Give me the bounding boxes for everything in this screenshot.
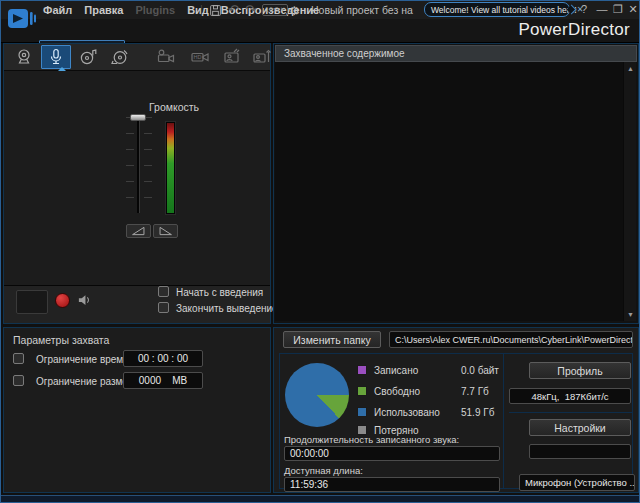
disk-pie xyxy=(285,363,349,427)
volume-slider-handle[interactable] xyxy=(130,114,146,121)
tv-signal-icon[interactable] xyxy=(217,45,247,69)
scrollbar[interactable]: ▲ ▼ xyxy=(623,62,636,321)
settings-empty-field xyxy=(529,444,631,459)
legend-swatch-used xyxy=(357,407,367,417)
legend-value-used: 51.9 Гб xyxy=(461,407,494,418)
volume-label: Громкость xyxy=(149,101,199,113)
start-fade-label: Начать с введения xyxy=(176,287,263,298)
start-fade-checkbox[interactable] xyxy=(158,286,169,297)
selected-source-caret xyxy=(58,67,66,71)
menu-edit[interactable]: Правка xyxy=(78,1,129,19)
legend-swatch-recorded xyxy=(357,365,367,375)
change-folder-button[interactable]: Изменить папку xyxy=(283,331,381,348)
profile-button[interactable]: Профиль xyxy=(529,362,631,379)
end-fade-label: Закончить выведением xyxy=(176,303,285,314)
speaker-icon[interactable] xyxy=(77,293,92,311)
close-button[interactable]: ✕ xyxy=(626,1,640,17)
legend-value-recorded: 0.0 байт xyxy=(461,365,499,376)
size-limit-checkbox[interactable] xyxy=(13,375,24,386)
dvd-disc-icon[interactable] xyxy=(105,45,135,69)
legend-label-used: Использовано xyxy=(374,407,440,418)
info-divider xyxy=(503,353,504,489)
aspect-ratio-selector[interactable]: 16:9 ˅ xyxy=(262,4,288,16)
microphone-icon[interactable] xyxy=(41,45,71,69)
recorded-duration-label: Продолжительность записанного звука: xyxy=(284,434,459,445)
gear-icon[interactable]: ⚙ xyxy=(289,2,300,20)
legend-label-free: Свободно xyxy=(374,386,420,397)
volume-ticks-right xyxy=(144,117,152,213)
time-limit-checkbox[interactable] xyxy=(13,353,24,364)
app-logo-icon xyxy=(7,5,37,37)
record-button[interactable] xyxy=(55,293,70,308)
audio-level-meter xyxy=(165,121,176,215)
recorded-duration-field: 00:00:00 xyxy=(284,446,500,461)
titlebar: Файл Правка Plugins Вид Воспроизведение … xyxy=(1,1,640,19)
available-length-label: Доступная длина: xyxy=(284,465,363,476)
audio-cd-icon[interactable] xyxy=(73,45,103,69)
legend-value-free: 7.7 Гб xyxy=(461,386,489,397)
project-title: Новый проект без на xyxy=(311,4,413,16)
scroll-up-icon[interactable]: ▲ xyxy=(624,63,637,74)
legend-swatch-free xyxy=(357,386,367,396)
capture-folder-path[interactable]: C:\Users\Alex CWER.ru\Documents\CyberLin… xyxy=(389,331,633,348)
capture-device-field[interactable]: Микрофон (Устройство ... xyxy=(519,474,635,491)
help-button[interactable]: ? xyxy=(577,1,591,17)
fade-in-button[interactable] xyxy=(126,224,151,238)
captured-content-header: Захваченное содержимое xyxy=(275,45,637,62)
profile-value-field: 48кГц, 187Кбит/с xyxy=(509,388,631,404)
volume-slider-track[interactable] xyxy=(137,117,140,213)
hd-camcorder-icon[interactable]: HD xyxy=(185,45,215,69)
captured-content-title: Захваченное содержимое xyxy=(284,48,405,59)
size-limit-field[interactable]: 0000 MB xyxy=(123,372,203,389)
svg-text:HD: HD xyxy=(194,54,202,60)
camcorder-icon[interactable] xyxy=(151,45,181,69)
end-fade-checkbox[interactable] xyxy=(158,302,169,313)
scroll-down-icon[interactable]: ▼ xyxy=(624,309,637,320)
fade-out-button[interactable] xyxy=(153,224,178,238)
capture-params-title: Параметры захвата xyxy=(13,334,109,346)
maximize-button[interactable]: ❐ xyxy=(611,1,625,17)
window-bottom-edge xyxy=(1,495,640,503)
legend-label-recorded: Записано xyxy=(374,365,418,376)
volume-ticks-left xyxy=(126,117,134,213)
undo-icon[interactable]: ↶ xyxy=(228,1,239,19)
captured-content-list[interactable] xyxy=(275,62,623,321)
welcome-tooltip: Welcome! View all tutorial videos here! … xyxy=(424,2,570,17)
menu-file[interactable]: Файл xyxy=(37,1,78,19)
welcome-tooltip-text: Welcome! View all tutorial videos here! xyxy=(431,5,577,15)
time-limit-field[interactable]: 00 : 00 : 00 xyxy=(123,350,203,367)
toolbar-separator: | xyxy=(200,3,203,15)
webcam-icon[interactable] xyxy=(9,45,39,69)
available-length-field: 11:59:36 xyxy=(284,477,500,492)
brand-logo-text: PowerDirector xyxy=(518,20,630,40)
settings-button[interactable]: Настройки xyxy=(529,419,631,436)
capture-source-row: HD xyxy=(4,44,270,71)
redo-icon[interactable]: ↷ xyxy=(245,1,256,19)
profile-settings-divider xyxy=(509,412,633,413)
minimize-button[interactable]: — xyxy=(595,1,609,17)
menu-plugins[interactable]: Plugins xyxy=(129,1,181,19)
capture-timecode-box xyxy=(16,290,48,314)
powerdirector-window: Файл Правка Plugins Вид Воспроизведение … xyxy=(0,0,640,503)
